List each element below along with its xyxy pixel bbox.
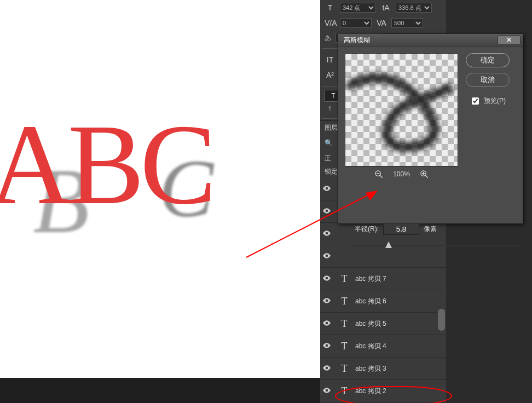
dialog-titlebar[interactable]: 高斯模糊 ✕: [338, 34, 523, 47]
visibility-toggle[interactable]: [320, 275, 333, 283]
font-size-icon: T: [325, 3, 336, 12]
visibility-toggle[interactable]: [320, 230, 333, 238]
layer-name[interactable]: abc 拷贝 3: [355, 364, 386, 373]
radius-label: 半径(R):: [355, 224, 379, 234]
layer-name[interactable]: abc 拷贝 5: [355, 319, 386, 329]
type-layer-icon: T: [342, 341, 348, 352]
close-icon: ✕: [506, 36, 512, 44]
layer-row[interactable]: T abc 拷贝 2: [320, 380, 446, 402]
type-layer-icon: T: [342, 363, 348, 375]
paragraph-icon: A²: [325, 71, 336, 79]
font-size-select[interactable]: 342 点: [340, 3, 376, 13]
preview-label: 预览(P): [484, 96, 506, 106]
visibility-toggle[interactable]: [320, 320, 333, 327]
visibility-toggle[interactable]: [320, 297, 333, 305]
baseline-icon: あ: [325, 33, 331, 43]
zoom-out-button[interactable]: [374, 170, 383, 179]
visibility-toggle[interactable]: [320, 387, 333, 395]
ligature-fi-icon[interactable]: fi: [325, 105, 336, 115]
gaussian-blur-dialog: 高斯模糊 ✕ 100% 确定 取消: [338, 33, 523, 224]
layer-name[interactable]: abc 拷贝 2: [355, 387, 386, 396]
radius-unit: 像素: [424, 224, 437, 234]
type-layer-icon: T: [342, 318, 348, 330]
layer-row[interactable]: T abc 拷贝 5: [320, 313, 446, 335]
layer-name[interactable]: abc 拷贝 4: [355, 342, 386, 351]
visibility-toggle[interactable]: [320, 365, 333, 372]
kerning-select[interactable]: 0: [340, 18, 372, 28]
dialog-title: 高斯模糊: [340, 36, 370, 45]
leading-select[interactable]: 336.8 点: [396, 3, 432, 13]
tracking-select[interactable]: 500: [391, 18, 423, 28]
layers-scrollbar[interactable]: [438, 309, 445, 331]
visibility-toggle[interactable]: [320, 208, 333, 215]
layer-name[interactable]: abc 拷贝 7: [355, 274, 386, 284]
radius-slider[interactable]: [354, 241, 518, 251]
type-layer-icon: T: [342, 385, 348, 397]
visibility-toggle[interactable]: [320, 185, 333, 193]
close-button[interactable]: ✕: [498, 35, 521, 45]
preview-checkbox-row[interactable]: 预览(P): [470, 96, 506, 106]
type-layer-icon: T: [342, 296, 348, 307]
zoom-in-button[interactable]: [420, 170, 429, 179]
leading-icon: tA: [380, 3, 391, 12]
canvas[interactable]: B C ABC: [0, 0, 320, 378]
cancel-button[interactable]: 取消: [466, 73, 510, 87]
search-icon[interactable]: 🔍: [325, 139, 333, 147]
kerning-icon: V/A: [325, 19, 336, 27]
vert-scale-icon: IT: [325, 55, 336, 64]
preview-thumbnail[interactable]: [345, 53, 458, 166]
canvas-text: ABC: [0, 99, 212, 231]
visibility-toggle[interactable]: [320, 252, 333, 260]
tracking-icon: VA: [376, 19, 387, 27]
svg-line-4: [425, 175, 428, 178]
radius-input[interactable]: [383, 223, 419, 235]
preview-checkbox[interactable]: [472, 97, 479, 105]
layer-name[interactable]: abc 拷贝 6: [355, 297, 386, 306]
layer-row[interactable]: T abc 拷贝 4: [320, 335, 446, 358]
layer-row[interactable]: T abc 拷贝 7: [320, 268, 446, 290]
type-layer-icon: T: [342, 273, 348, 285]
ok-button[interactable]: 确定: [466, 53, 510, 67]
visibility-toggle[interactable]: [320, 342, 333, 350]
layer-row[interactable]: T abc 拷贝 6: [320, 290, 446, 313]
layer-row[interactable]: T abc 拷贝 3: [320, 358, 446, 380]
svg-line-1: [380, 175, 383, 178]
zoom-percent: 100%: [393, 170, 410, 178]
